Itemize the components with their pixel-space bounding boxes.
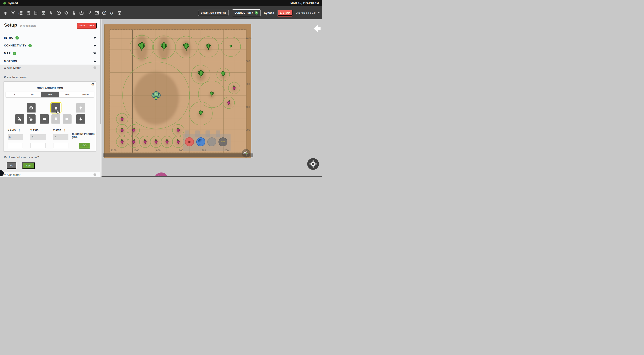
move-mode-button[interactable] [307,158,319,170]
y-axis-tick-label: 1200 [111,149,116,152]
go-button[interactable]: GO [79,143,90,148]
step-title: X-Axis Motor [4,66,20,69]
wizard-section-motors[interactable]: MOTORS [0,58,100,64]
svg-text:1: 1 [43,12,44,14]
axis-label: Z AXIS [53,129,61,132]
events-icon[interactable]: 1 [41,10,46,15]
y-axis-tick-label: 600 [179,149,183,152]
map-bottom-bar [101,176,322,177]
regimens-icon[interactable] [26,10,31,15]
setup-progress-button[interactable]: Setup: 36% complete [198,9,229,16]
jog-down-z-button[interactable] [76,114,85,124]
step-question: Did FarmBot’s x-axis move? [4,156,39,159]
panel-scrollbar-thumb[interactable] [100,19,101,124]
no-button[interactable]: NO [7,162,16,169]
plants-icon[interactable] [3,10,8,15]
tools-icon[interactable] [87,10,92,15]
jog-down-y-button[interactable] [52,114,60,124]
jog-left-button[interactable] [40,114,49,124]
messages-icon[interactable] [94,10,99,15]
axis-menu-icon[interactable]: ⋮ [64,129,66,132]
find-home-button[interactable] [26,114,36,124]
section-label: INTRO [4,36,14,39]
sync-button[interactable]: Synced [264,11,274,14]
wizard-section-connectivity[interactable]: CONNECTIVITY✓ [0,42,100,49]
mouse-cursor-icon [56,109,60,114]
jog-right-button[interactable] [62,114,72,124]
axis-header: X AXIS⋮ [8,129,20,132]
motors-step-body: X-Axis Motor Press the up arrow. ⚙ MOVE … [0,64,100,172]
start-over-button[interactable]: START OVER [77,23,96,28]
svg-text:3: 3 [18,13,20,15]
wizard-section-intro[interactable]: INTRO✓ [0,34,100,41]
collapse-panel-arrow-icon[interactable] [314,25,321,32]
page-title: Setup [4,22,17,28]
x-axis-tick-label: 600 [246,83,250,85]
axis-label: Y AXIS [30,129,38,132]
sensors-icon[interactable] [72,10,76,15]
x-axis-tick-label: 800 [246,60,250,62]
connectivity-label: CONNECTIVITY [234,11,253,14]
gear-icon[interactable]: ⚙ [91,82,94,86]
x-axis-tick-label: 200 [246,128,250,131]
home-button[interactable] [15,114,24,124]
axis-header: Z AXIS⋮ [53,129,66,132]
seed-bin-blue[interactable] [196,138,205,146]
origin-x-label: X [248,149,249,151]
move-amount-label: MOVE AMOUNT (MM) [4,87,96,89]
wizard-section-map[interactable]: MAP✓ [0,50,100,57]
controls-icon[interactable] [64,10,69,15]
sequences-icon[interactable]: 123 [18,10,23,15]
photos-icon[interactable] [79,10,84,15]
move-amount-10000[interactable]: 10000 [76,92,94,97]
y-axis-tick-label: 800 [156,149,160,152]
jog-up-z-button[interactable] [76,103,85,112]
rotary-tool[interactable] [219,138,227,146]
toolbar-right-group: Setup: 36% complete CONNECTIVITY ✓ Synce… [198,9,320,16]
jog-widget: ⚙ MOVE AMOUNT (MM) 110100100010000 X AXI… [4,81,96,151]
crops-icon[interactable] [11,10,16,15]
chevron-up-icon [93,60,96,62]
axis-goto-input[interactable] [30,143,46,148]
axis-position-display [8,134,23,140]
settings-icon[interactable]: ⚙ [110,10,114,15]
axis-menu-icon[interactable]: ⋮ [18,129,20,132]
clock-label: MAR 15, 11:41:01AM [290,1,319,5]
axis-menu-icon[interactable]: ⋮ [41,129,44,132]
section-label: MAP [4,52,11,55]
points-icon[interactable] [49,10,54,15]
x-axis-tick-label: 400 [246,106,250,108]
move-amount-100[interactable]: 100 [41,92,58,97]
shop-icon[interactable] [117,10,122,15]
farmware-icon[interactable] [34,10,38,15]
move-amount-1000[interactable]: 1000 [59,92,76,97]
section-label: CONNECTIVITY [4,44,26,47]
weeds-icon[interactable] [56,10,61,15]
section-complete-icon: ✓ [16,36,19,39]
move-amount-10[interactable]: 10 [23,92,41,97]
seeder-red[interactable] [185,138,194,146]
estop-button[interactable]: E-STOP [277,9,292,16]
svg-text:⚙: ⚙ [110,11,113,15]
move-amount-1[interactable]: 1 [6,92,23,97]
setup-panel: Setup 36% complete START OVER INTRO✓CONN… [0,19,100,177]
toolbar-icon-group: 1231?⚙ [3,10,122,15]
axis-goto-input[interactable] [53,143,68,148]
chevron-down-icon [318,12,320,13]
section-complete-icon: ✓ [13,52,16,55]
account-menu[interactable]: GENESIS15 [296,11,320,14]
next-step-row[interactable]: Y-Axis Motor [0,172,100,177]
sync-status-dot [3,2,6,4]
axis-position-display [53,134,68,140]
current-position-label: CURRENT POSITION (MM) [72,133,96,139]
garden-map[interactable]: XY100080060040020012001000800600400200 [101,19,322,177]
connectivity-button[interactable]: CONNECTIVITY ✓ [232,9,261,16]
tool-gray[interactable] [208,138,216,146]
gantry-bar[interactable] [103,154,253,157]
camera-button[interactable] [26,103,36,112]
help-icon[interactable]: ? [102,10,107,15]
main-toolbar: 1231?⚙ Setup: 36% complete CONNECTIVITY … [0,6,322,19]
axis-goto-input[interactable] [8,143,23,148]
step-status-dot [94,66,96,69]
yes-button[interactable]: YES [22,162,35,169]
